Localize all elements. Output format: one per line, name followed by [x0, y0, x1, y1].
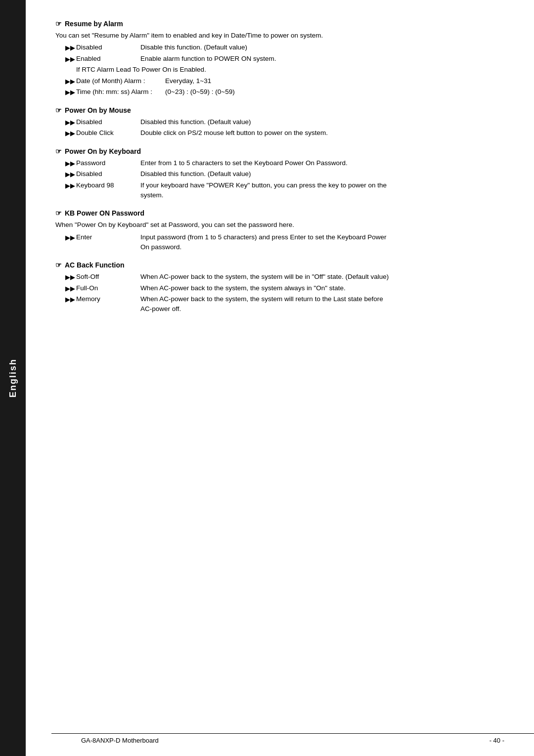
bullet-icon: ▶▶	[65, 77, 75, 87]
footer-right: - 40 -	[490, 737, 504, 744]
item-key: Enabled	[76, 54, 140, 64]
item-desc: When AC-power back to the system, the sy…	[140, 294, 504, 314]
list-item: ▶▶ Date (of Month) Alarm : Everyday, 1~3…	[65, 76, 504, 87]
bullet-icon: ▶▶	[65, 54, 75, 64]
item-key: Memory	[76, 294, 140, 304]
section-title-ac-back: ☞ AC Back Function	[55, 261, 504, 269]
item-list-power-mouse: ▶▶ Disabled Disabled this function. (Def…	[65, 117, 504, 138]
section-heading-resume: Resume by Alarm	[65, 20, 123, 28]
section-kb-power-password: ☞ KB Power ON Password When "Power On by…	[55, 209, 504, 252]
list-item: ▶▶ Password Enter from 1 to 5 characters…	[65, 158, 504, 169]
item-desc: Disabled this function. (Default value)	[140, 117, 504, 127]
section-power-on-keyboard: ☞ Power On by Keyboard ▶▶ Password Enter…	[55, 147, 504, 201]
list-item: ▶▶ Disabled Disabled this function. (Def…	[65, 169, 504, 179]
list-item: ▶▶ Time (hh: mm: ss) Alarm : (0~23) : (0…	[65, 87, 504, 97]
item-desc: If your keyboard have "POWER Key" button…	[140, 180, 504, 201]
section-heading-power-mouse: Power On by Mouse	[65, 106, 131, 114]
section-icon-ac-back: ☞	[55, 261, 62, 269]
footer: GA-8ANXP-D Motherboard - 40 -	[51, 733, 534, 744]
item-key: Date (of Month) Alarm :	[76, 76, 165, 86]
item-desc: (0~23) : (0~59) : (0~59)	[165, 87, 504, 97]
bullet-icon: ▶▶	[65, 118, 75, 128]
list-item: ▶▶ Soft-Off When AC-power back to the sy…	[65, 272, 504, 282]
bullet-icon: ▶▶	[65, 295, 75, 305]
item-desc: Double click on PS/2 mouse left button t…	[140, 128, 504, 138]
item-list-resume: ▶▶ Disabled Disable this function. (Defa…	[65, 43, 504, 97]
item-key: Double Click	[76, 128, 140, 138]
list-item: ▶▶ Enabled Enable alarm function to POWE…	[65, 54, 504, 64]
item-desc: Enter from 1 to 5 characters to set the …	[140, 158, 504, 168]
footer-left: GA-8ANXP-D Motherboard	[81, 737, 159, 744]
section-heading-kb-password: KB Power ON Password	[65, 209, 144, 217]
item-desc: Disable this function. (Default value)	[140, 43, 504, 52]
section-icon-kb-password: ☞	[55, 209, 62, 217]
section-icon-power-keyboard: ☞	[55, 147, 62, 155]
item-desc: When AC-power back to the system, the sy…	[140, 272, 504, 282]
item-key: Keyboard 98	[76, 180, 140, 190]
item-desc: When AC-power back to the system, the sy…	[140, 283, 504, 293]
list-item: ▶▶ Disabled Disabled this function. (Def…	[65, 117, 504, 128]
bullet-icon: ▶▶	[65, 88, 75, 97]
list-item: ▶▶ Enter Input password (from 1 to 5 cha…	[65, 232, 504, 253]
item-key: Password	[76, 158, 140, 168]
item-key: Disabled	[76, 169, 140, 179]
list-item: ▶▶ Memory When AC-power back to the syst…	[65, 294, 504, 314]
item-desc: Enable alarm function to POWER ON system…	[140, 54, 504, 64]
item-desc: Disabled this function. (Default value)	[140, 169, 504, 179]
bullet-icon: ▶▶	[65, 170, 75, 179]
section-title-power-keyboard: ☞ Power On by Keyboard	[55, 147, 504, 155]
bullet-icon: ▶▶	[65, 129, 75, 138]
item-list-power-keyboard: ▶▶ Password Enter from 1 to 5 characters…	[65, 158, 504, 201]
item-key: Disabled	[76, 43, 140, 52]
bullet-icon: ▶▶	[65, 181, 75, 191]
list-item: ▶▶ Double Click Double click on PS/2 mou…	[65, 128, 504, 138]
list-item: ▶▶ Full-On When AC-power back to the sys…	[65, 283, 504, 294]
section-title-resume-by-alarm: ☞ Resume by Alarm	[55, 20, 504, 28]
sidebar: English	[0, 0, 26, 756]
item-desc: Input password (from 1 to 5 characters) …	[140, 232, 504, 253]
section-power-on-mouse: ☞ Power On by Mouse ▶▶ Disabled Disabled…	[55, 106, 504, 138]
list-item: ▶▶ Disabled Disable this function. (Defa…	[65, 43, 504, 53]
item-desc: If RTC Alarm Lead To Power On is Enabled…	[76, 65, 504, 75]
list-item: ▶▶ Keyboard 98 If your keyboard have "PO…	[65, 180, 504, 201]
section-heading-ac-back: AC Back Function	[65, 261, 125, 269]
section-icon-resume: ☞	[55, 20, 62, 28]
item-key: Full-On	[76, 283, 140, 293]
item-list-ac-back: ▶▶ Soft-Off When AC-power back to the sy…	[65, 272, 504, 314]
item-key: Soft-Off	[76, 272, 140, 282]
item-key: Disabled	[76, 117, 140, 127]
item-desc: Everyday, 1~31	[165, 76, 504, 86]
item-key: Time (hh: mm: ss) Alarm :	[76, 87, 165, 97]
bullet-icon: ▶▶	[65, 233, 75, 243]
section-title-kb-password: ☞ KB Power ON Password	[55, 209, 504, 217]
item-list-kb-password: ▶▶ Enter Input password (from 1 to 5 cha…	[65, 232, 504, 253]
main-content: ☞ Resume by Alarm You can set "Resume by…	[26, 0, 534, 756]
bullet-icon: ▶▶	[65, 284, 75, 294]
section-icon-power-mouse: ☞	[55, 106, 62, 114]
section-intro-kb-password: When "Power On by Keyboard" set at Passw…	[55, 220, 504, 230]
list-item: ▶▶ If RTC Alarm Lead To Power On is Enab…	[65, 65, 504, 75]
item-key: Enter	[76, 232, 140, 242]
section-intro-resume: You can set "Resume by Alarm" item to en…	[55, 31, 504, 41]
section-ac-back-function: ☞ AC Back Function ▶▶ Soft-Off When AC-p…	[55, 261, 504, 314]
section-heading-power-keyboard: Power On by Keyboard	[65, 147, 141, 155]
section-title-power-mouse: ☞ Power On by Mouse	[55, 106, 504, 114]
bullet-icon: ▶▶	[65, 272, 75, 282]
bullet-icon: ▶▶	[65, 43, 75, 53]
sidebar-label: English	[8, 358, 18, 398]
bullet-icon: ▶▶	[65, 159, 75, 169]
section-resume-by-alarm: ☞ Resume by Alarm You can set "Resume by…	[55, 20, 504, 97]
